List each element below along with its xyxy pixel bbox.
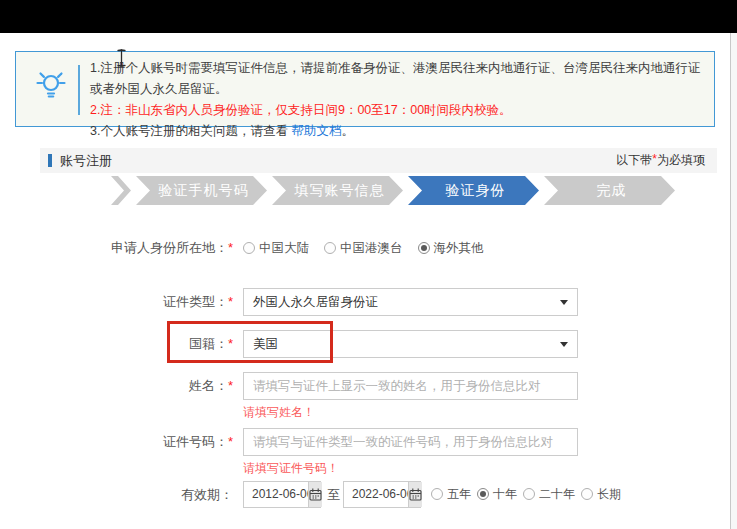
location-radio-group: 中国大陆 中国港澳台 海外其他 — [243, 240, 484, 256]
page-title: 账号注册 — [60, 152, 112, 170]
id-number-error-message: 请填写证件号码！ — [243, 460, 339, 477]
name-input[interactable] — [243, 372, 578, 400]
radio-mainland-china[interactable]: 中国大陆 — [243, 240, 309, 256]
radio-twenty-years[interactable]: 二十年 — [523, 481, 575, 508]
id-number-input[interactable] — [243, 428, 578, 456]
right-edge-strip — [731, 33, 737, 529]
id-type-select[interactable]: 外国人永久居留身份证 — [243, 288, 578, 316]
required-star: * — [228, 378, 233, 393]
radio-overseas-other[interactable]: 海外其他 — [418, 240, 484, 256]
registration-page: 1.注册个人账号时需要填写证件信息，请提前准备身份证、港澳居民往来内地通行证、台… — [0, 0, 737, 529]
chevron-down-icon — [560, 342, 568, 347]
radio-checked-icon[interactable] — [418, 242, 430, 254]
radio-icon[interactable] — [243, 242, 255, 254]
window-right-border — [730, 33, 731, 529]
required-star: * — [228, 240, 233, 255]
name-error-message: 请填写姓名！ — [243, 404, 315, 421]
validity-end-date: 2022-06-06 — [343, 481, 421, 508]
label-name: 姓名：* — [0, 372, 233, 400]
validity-start-date: 2012-06-06 — [243, 481, 321, 508]
help-doc-link[interactable]: 帮助文档 — [291, 124, 341, 138]
calendar-icon — [409, 488, 422, 501]
date-range-separator: 至 — [327, 481, 340, 508]
step-verify-phone: 验证手机号码 — [136, 176, 267, 205]
step-complete: 完成 — [544, 176, 675, 205]
label-nationality: 国籍：* — [0, 330, 233, 358]
notice-line-2: 2.注：非山东省内人员身份验证，仅支持日间9：00至17：00时间段内校验。 — [90, 100, 705, 121]
end-date-picker-button[interactable] — [408, 482, 422, 507]
validity-period-radio-group: 五年 十年 二十年 长期 — [431, 481, 621, 508]
required-star: * — [228, 336, 233, 351]
title-accent-bar — [48, 154, 52, 167]
radio-checked-icon[interactable] — [477, 488, 489, 500]
chevron-down-icon — [560, 300, 568, 305]
start-date-picker-button[interactable] — [308, 482, 322, 507]
start-date-value[interactable]: 2012-06-06 — [244, 482, 308, 507]
id-type-value: 外国人永久居留身份证 — [253, 295, 378, 309]
lightbulb-icon — [34, 68, 68, 108]
required-star: * — [228, 434, 233, 449]
nationality-value: 美国 — [253, 337, 278, 351]
label-id-type: 证件类型：* — [0, 288, 233, 316]
section-header: 账号注册 以下带*为必填项 — [40, 148, 717, 173]
step-lead-chevron-icon — [111, 176, 131, 205]
calendar-icon — [309, 488, 322, 501]
notice-line-1: 1.注册个人账号时需要填写证件信息，请提前准备身份证、港澳居民往来内地通行证、台… — [90, 58, 705, 100]
radio-icon[interactable] — [324, 242, 336, 254]
top-black-bar — [0, 0, 737, 33]
required-note: 以下带*为必填项 — [616, 152, 717, 169]
label-id-number: 证件号码：* — [0, 428, 233, 456]
radio-icon[interactable] — [431, 488, 443, 500]
label-validity: 有效期： — [0, 481, 233, 508]
label-location: 申请人身份所在地：* — [0, 240, 233, 256]
radio-ten-years[interactable]: 十年 — [477, 481, 517, 508]
step-wizard: 验证手机号码 填写账号信息 验证身份 完成 — [111, 176, 675, 205]
radio-long-term[interactable]: 长期 — [581, 481, 621, 508]
step-verify-identity: 验证身份 — [408, 176, 539, 205]
notice-line-3: 3.个人账号注册的相关问题，请查看 帮助文档。 — [90, 121, 705, 142]
notice-divider — [78, 65, 80, 115]
required-star: * — [228, 294, 233, 309]
text-cursor-icon — [117, 49, 126, 67]
end-date-value[interactable]: 2022-06-06 — [344, 482, 408, 507]
radio-icon[interactable] — [581, 488, 593, 500]
nationality-select[interactable]: 美国 — [243, 330, 578, 358]
radio-five-years[interactable]: 五年 — [431, 481, 471, 508]
radio-hk-macao-taiwan[interactable]: 中国港澳台 — [324, 240, 403, 256]
notice-line-3-text: 3.个人账号注册的相关问题，请查看 — [90, 124, 291, 138]
notice-line-3-suffix: 。 — [341, 124, 354, 138]
step-fill-account-info: 填写账号信息 — [272, 176, 403, 205]
radio-icon[interactable] — [523, 488, 535, 500]
